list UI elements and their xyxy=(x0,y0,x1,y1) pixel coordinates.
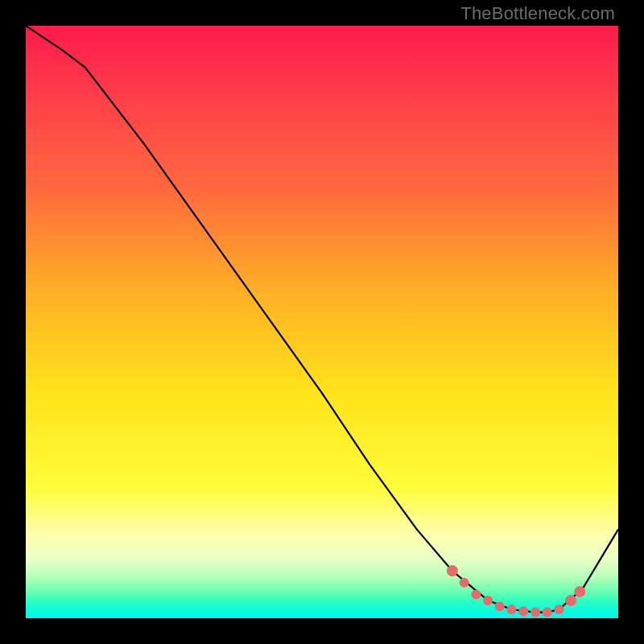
highlight-marker xyxy=(565,595,576,606)
plot-area xyxy=(26,26,618,618)
highlight-marker xyxy=(530,608,540,617)
highlight-marker xyxy=(483,596,493,605)
highlight-marker xyxy=(554,605,564,614)
highlight-markers xyxy=(447,565,585,617)
highlight-marker xyxy=(447,565,458,576)
highlight-marker xyxy=(471,590,481,600)
highlight-marker xyxy=(460,578,469,588)
watermark-text: TheBottleneck.com xyxy=(460,3,615,24)
highlight-marker xyxy=(507,605,517,614)
curve-path xyxy=(26,26,618,613)
highlight-marker xyxy=(518,606,528,616)
highlight-marker xyxy=(543,608,552,617)
highlight-marker xyxy=(574,586,585,597)
bottleneck-curve-line xyxy=(26,26,618,613)
highlight-marker xyxy=(495,601,505,611)
chart-stage: TheBottleneck.com xyxy=(0,0,644,644)
curve-layer xyxy=(26,26,618,618)
